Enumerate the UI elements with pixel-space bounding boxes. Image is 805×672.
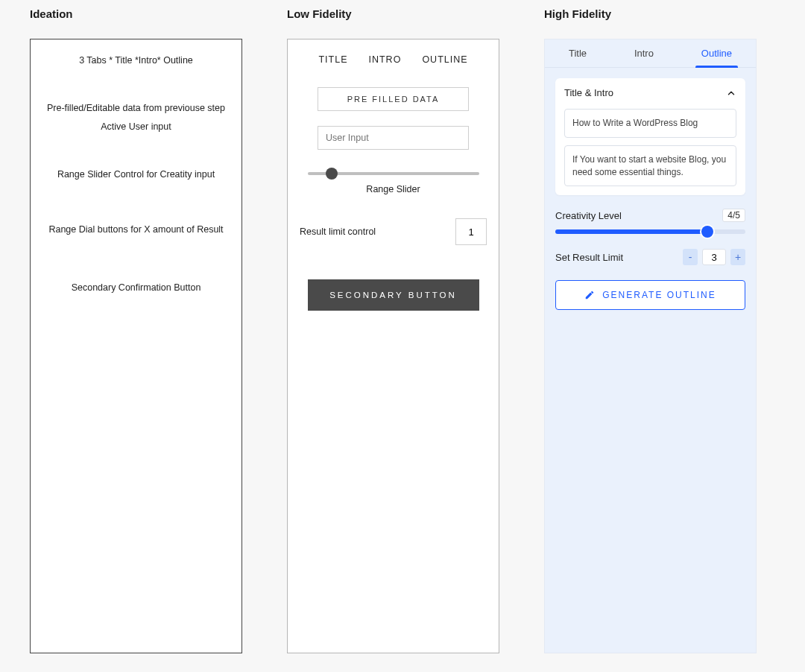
intro-field[interactable]: If You want to start a website Blog, you… xyxy=(564,145,736,187)
lofi-tab-title[interactable]: TITLE xyxy=(318,54,347,65)
creativity-slider-fill xyxy=(555,229,707,234)
lofi-tabs: TITLE INTRO OUTLINE xyxy=(300,54,487,65)
stepper-increment-button[interactable]: + xyxy=(730,249,745,265)
pencil-icon xyxy=(584,290,595,300)
generate-outline-label: GENERATE OUTLINE xyxy=(602,290,716,300)
card-title: Title & Intro xyxy=(564,87,613,98)
title-field[interactable] xyxy=(564,109,736,138)
lofi-range-thumb[interactable] xyxy=(326,168,338,180)
ideation-line-tabs: 3 Tabs * Title *Intro* Outline xyxy=(38,54,234,66)
chevron-up-icon[interactable] xyxy=(726,88,736,98)
lofi-range-slider[interactable] xyxy=(308,172,479,175)
ideation-line-slider: Range Slider Control for Creatity input xyxy=(38,168,234,180)
creativity-label: Creativity Level xyxy=(555,210,622,221)
result-limit-value[interactable] xyxy=(702,249,726,265)
ideation-line-active: Active User input xyxy=(38,121,234,133)
ideation-line-button: Secondary Confirmation Button xyxy=(38,282,234,294)
ideation-line-prefill: Pre-filled/Editable data from previouse … xyxy=(38,102,234,114)
result-limit-label: Set Result Limit xyxy=(555,252,623,263)
lofi-panel: TITLE INTRO OUTLINE PRE FILLED DATA Rang… xyxy=(287,39,499,653)
lofi-result-value[interactable] xyxy=(455,218,487,245)
stepper-decrement-button[interactable]: - xyxy=(683,249,698,265)
column-title-ideation: Ideation xyxy=(30,7,242,20)
hifi-tabs: Title Intro Outline xyxy=(545,39,756,68)
column-title-lofi: Low Fidelity xyxy=(287,7,499,20)
lofi-secondary-button[interactable]: SECONDARY BUTTON xyxy=(308,279,479,311)
column-title-hifi: High Fidelity xyxy=(544,7,757,20)
lofi-tab-outline[interactable]: OUTLINE xyxy=(422,54,467,65)
ideation-panel: 3 Tabs * Title *Intro* Outline Pre-fille… xyxy=(30,39,242,653)
hifi-tab-title[interactable]: Title xyxy=(564,39,591,67)
title-intro-card: Title & Intro If You want to start a web… xyxy=(555,78,745,195)
creativity-value-badge: 4/5 xyxy=(722,209,745,222)
lofi-result-label: Result limit control xyxy=(300,226,376,237)
creativity-slider[interactable] xyxy=(555,229,745,234)
lofi-slider-label: Range Slider xyxy=(300,184,487,194)
lofi-tab-intro[interactable]: INTRO xyxy=(368,54,401,65)
hifi-tab-outline[interactable]: Outline xyxy=(697,39,736,67)
ideation-line-dial: Range Dial buttons for X amount of Resul… xyxy=(38,224,234,235)
lofi-prefilled-field[interactable]: PRE FILLED DATA xyxy=(318,87,469,111)
hifi-panel: Title Intro Outline Title & Intro If You… xyxy=(544,39,757,653)
creativity-slider-thumb[interactable] xyxy=(701,226,713,238)
lofi-user-input[interactable] xyxy=(318,126,469,150)
hifi-tab-intro[interactable]: Intro xyxy=(630,39,658,67)
result-limit-stepper: - + xyxy=(683,249,745,265)
generate-outline-button[interactable]: GENERATE OUTLINE xyxy=(555,280,745,310)
